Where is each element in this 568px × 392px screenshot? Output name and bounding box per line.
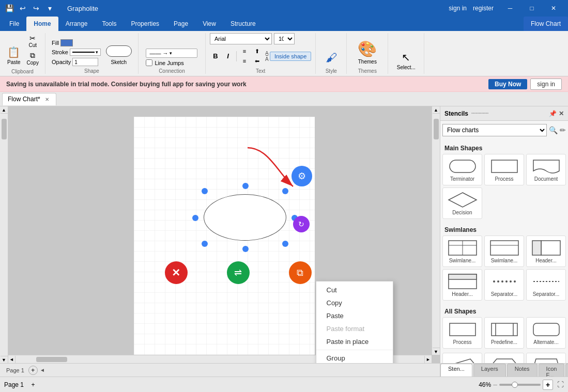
fullscreen-icon[interactable]: ⛶: [557, 381, 564, 388]
handle-left[interactable]: [192, 215, 198, 221]
purple-circle-button[interactable]: ↻: [293, 216, 310, 232]
shape-hexagon[interactable]: [484, 353, 524, 363]
fill-color-picker[interactable]: [60, 39, 73, 46]
tab-flow-chart[interactable]: Flow Chart: [524, 17, 568, 31]
panel-tab-fill-pi[interactable]: Fill Pi...: [565, 364, 568, 377]
red-circle-button[interactable]: ✕: [165, 261, 188, 284]
zoom-slider[interactable]: [499, 384, 541, 386]
align-left-button[interactable]: ≡: [239, 46, 250, 56]
align-top-button[interactable]: ⬆: [252, 46, 263, 56]
shape-separator-line[interactable]: Separator...: [526, 269, 566, 301]
shape-predef[interactable]: Predefine...: [484, 317, 524, 349]
panel-close-icon[interactable]: ✕: [559, 110, 564, 117]
panel-tab-stencils[interactable]: Sten...: [440, 364, 472, 377]
line-jumps-checkbox[interactable]: [146, 59, 152, 66]
shape-document[interactable]: Document: [526, 154, 566, 185]
context-paste[interactable]: Paste: [316, 309, 393, 322]
inside-shape-button[interactable]: Inside shape: [270, 52, 311, 61]
shape-arrow-right[interactable]: [442, 353, 482, 363]
tab-arrange[interactable]: Arrange: [58, 17, 95, 31]
green-circle-button[interactable]: ⇌: [227, 261, 250, 284]
close-doc-tab[interactable]: ✕: [43, 96, 51, 103]
signin-link[interactable]: sign in: [449, 5, 467, 12]
nav-left-button[interactable]: ◄: [40, 367, 45, 373]
cut-button[interactable]: ✂ Cut: [25, 33, 41, 49]
copy-button[interactable]: ⧉ Copy: [25, 50, 41, 67]
shape-header-h[interactable]: Header...: [442, 269, 482, 301]
more-icon[interactable]: ▾: [44, 4, 55, 12]
shape-process[interactable]: Process: [484, 154, 524, 185]
paste-button[interactable]: 📋 Paste: [4, 44, 24, 67]
handle-bottom[interactable]: [242, 246, 249, 252]
buy-now-button[interactable]: Buy Now: [488, 79, 527, 89]
handle-top[interactable]: [242, 183, 249, 189]
shape-swimlane-h[interactable]: Swimlane...: [442, 236, 482, 267]
highlight-A-button[interactable]: A: [265, 56, 269, 62]
themes-button[interactable]: 🎨 Themes: [355, 38, 380, 66]
register-link[interactable]: register: [473, 5, 494, 12]
maximize-button[interactable]: □: [521, 0, 542, 17]
close-button[interactable]: ✕: [543, 0, 564, 17]
align-mid-button[interactable]: ⬅: [252, 56, 263, 66]
font-size-selector[interactable]: 10: [274, 33, 295, 44]
canvas-page[interactable]: ⚙: [134, 117, 315, 363]
context-group[interactable]: Group: [316, 352, 393, 363]
flow-chart-tab[interactable]: Flow Chart* ✕: [2, 93, 56, 105]
stroke-line-selector[interactable]: ▾: [70, 49, 101, 56]
minimize-button[interactable]: ─: [500, 0, 520, 17]
panel-pin-icon[interactable]: 📌: [549, 110, 557, 117]
shape-all-process[interactable]: Process: [442, 317, 482, 349]
shape-decision[interactable]: Decision: [442, 187, 482, 219]
select-button[interactable]: ↖ Select...: [394, 50, 419, 72]
ellipse-shape[interactable]: [204, 194, 286, 241]
tab-home[interactable]: Home: [26, 17, 58, 31]
tab-structure[interactable]: Structure: [223, 17, 263, 31]
save-icon[interactable]: 💾: [4, 4, 14, 12]
shape-header-v[interactable]: Header...: [526, 236, 566, 267]
tab-tools[interactable]: Tools: [95, 17, 124, 31]
canvas-inner[interactable]: ▲ ▼: [0, 106, 440, 363]
undo-icon[interactable]: ↩: [18, 4, 28, 12]
scroll-left-btn[interactable]: ◄: [8, 356, 16, 363]
tab-page[interactable]: Page: [166, 17, 195, 31]
sketch-button[interactable]: Sketch: [106, 58, 132, 66]
handle-tl[interactable]: [202, 188, 208, 194]
tab-view[interactable]: View: [195, 17, 223, 31]
add-page-status-btn[interactable]: +: [28, 380, 38, 390]
handle-bl[interactable]: [202, 241, 208, 247]
underline-A-button[interactable]: A̲: [265, 50, 269, 56]
shape-terminator[interactable]: Terminator: [442, 154, 482, 185]
shape-separator-dots[interactable]: Separator...: [484, 269, 524, 301]
paint-button[interactable]: 🖌: [322, 50, 341, 66]
context-cut[interactable]: Cut: [316, 284, 393, 296]
panel-tab-layers[interactable]: Layers: [473, 364, 506, 377]
redo-icon[interactable]: ↪: [31, 4, 41, 12]
context-copy[interactable]: Copy: [316, 296, 393, 309]
tab-file[interactable]: File: [2, 17, 26, 31]
tab-properties[interactable]: Properties: [124, 17, 166, 31]
handle-tr[interactable]: [282, 188, 288, 194]
gear-shape-button[interactable]: ⚙: [291, 166, 312, 186]
zoom-plus-button[interactable]: +: [543, 380, 553, 390]
handle-br[interactable]: [282, 241, 288, 247]
shape-alternate[interactable]: Alternate...: [526, 317, 566, 349]
add-page-button[interactable]: +: [28, 366, 38, 375]
trial-signin-button[interactable]: sign in: [530, 79, 562, 90]
scroll-right-btn[interactable]: ►: [424, 356, 432, 363]
shape-swimlane-v[interactable]: Swimlane...: [484, 236, 524, 267]
context-paste-in-place[interactable]: Paste in place: [316, 335, 393, 348]
italic-button[interactable]: I: [222, 51, 234, 62]
zoom-slider-thumb[interactable]: [512, 382, 518, 388]
opacity-input[interactable]: 1: [72, 58, 98, 66]
panel-search-icon[interactable]: 🔍: [549, 126, 558, 134]
scroll-up-btn[interactable]: ▲: [1, 106, 8, 114]
orange-circle-button[interactable]: ⧉: [289, 261, 312, 284]
stencil-select[interactable]: Flow charts: [442, 124, 547, 136]
panel-tab-notes[interactable]: Notes: [507, 364, 538, 377]
font-selector[interactable]: Arial: [210, 33, 272, 44]
shape-trapezoid[interactable]: [526, 353, 566, 363]
arrow-selector[interactable]: —— → ▾: [146, 49, 197, 58]
bold-button[interactable]: B: [210, 51, 221, 62]
scroll-bottom-btn[interactable]: ▼: [433, 348, 440, 355]
panel-edit-icon[interactable]: ✏: [560, 126, 566, 134]
